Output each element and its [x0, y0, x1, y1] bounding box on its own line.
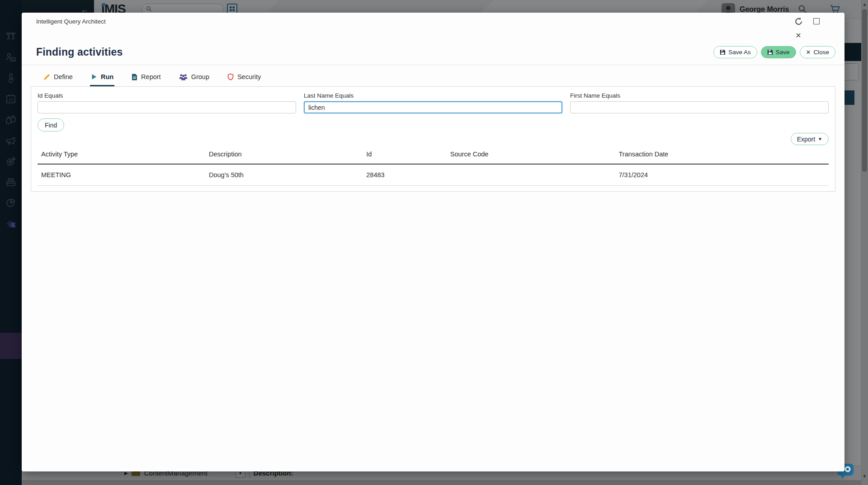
- id-equals-label: Id Equals: [38, 92, 296, 99]
- group-icon: [179, 74, 188, 80]
- export-button[interactable]: Export ▼: [791, 133, 829, 145]
- tab-group[interactable]: Group: [178, 71, 210, 86]
- pencil-icon: [43, 74, 50, 80]
- iqa-modal: Intelligent Query Architect ✕ Finding ac…: [22, 13, 844, 471]
- table-row[interactable]: MEETING Doug's 50th 28483 7/31/2024: [38, 164, 829, 186]
- find-button[interactable]: Find: [38, 118, 64, 132]
- tab-security[interactable]: Security: [226, 71, 262, 86]
- last-name-equals-input[interactable]: [304, 101, 562, 113]
- cell-activity-type: MEETING: [38, 164, 205, 186]
- close-window-icon[interactable]: ✕: [794, 31, 803, 40]
- save-as-button[interactable]: Save As: [713, 46, 757, 58]
- modal-titlebar: Intelligent Query Architect ✕: [22, 13, 844, 41]
- save-button[interactable]: Save: [761, 46, 796, 58]
- last-name-equals-label: Last Name Equals: [304, 92, 562, 99]
- cell-source-code: [447, 164, 615, 186]
- first-name-equals-input[interactable]: [570, 101, 829, 113]
- maximize-icon[interactable]: [812, 17, 821, 26]
- tab-define[interactable]: Define: [42, 71, 74, 86]
- id-equals-input[interactable]: [38, 101, 296, 113]
- cell-transaction-date: 7/31/2024: [615, 164, 829, 186]
- table-header-row: Activity Type Description Id Source Code…: [38, 146, 829, 164]
- play-icon: [91, 74, 97, 80]
- close-icon: ✕: [806, 49, 811, 56]
- report-icon: [132, 74, 137, 80]
- col-id: Id: [363, 146, 447, 164]
- first-name-equals-label: First Name Equals: [570, 92, 829, 99]
- modal-title: Intelligent Query Architect: [36, 18, 106, 25]
- save-icon: [767, 49, 773, 55]
- chevron-down-icon: ▼: [818, 137, 822, 141]
- tab-report[interactable]: Report: [131, 71, 162, 86]
- field-first-name-equals: First Name Equals: [570, 92, 829, 113]
- results-table: Activity Type Description Id Source Code…: [38, 146, 829, 186]
- field-last-name-equals: Last Name Equals: [304, 92, 562, 113]
- cell-id: 28483: [363, 164, 447, 186]
- col-source-code: Source Code: [447, 146, 615, 164]
- tab-run[interactable]: Run: [90, 71, 114, 86]
- run-tab-panel: Id Equals Last Name Equals First Name Eq…: [31, 86, 835, 192]
- refresh-icon[interactable]: [794, 17, 803, 26]
- cell-description: Doug's 50th: [205, 164, 363, 186]
- col-description: Description: [205, 146, 363, 164]
- shield-icon: [227, 73, 234, 80]
- col-transaction-date: Transaction Date: [615, 146, 829, 164]
- col-activity-type: Activity Type: [38, 146, 205, 164]
- page-title: Finding activities: [36, 46, 123, 58]
- field-id-equals: Id Equals: [38, 92, 296, 113]
- modal-header: Finding activities Save As Save ✕ Close: [22, 41, 844, 65]
- save-icon: [720, 49, 726, 55]
- tab-bar: Define Run Report Group Security: [22, 65, 844, 86]
- close-button[interactable]: ✕ Close: [800, 46, 835, 58]
